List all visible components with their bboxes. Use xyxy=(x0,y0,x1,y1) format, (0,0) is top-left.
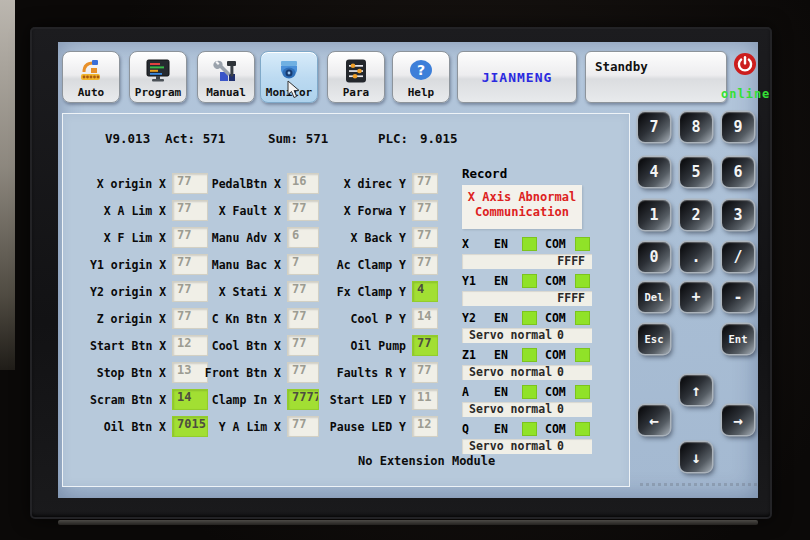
io-row: X Forwa Y77 xyxy=(306,197,438,224)
io-row: Front Btn X77 xyxy=(186,359,319,386)
axis-status-text: Servo normal xyxy=(469,439,552,454)
key-ent[interactable]: Ent xyxy=(722,324,754,354)
io-row: Clamp In X7777 xyxy=(186,386,319,413)
key-3[interactable]: 3 xyxy=(722,200,754,230)
com-label: COM xyxy=(545,348,575,362)
io-label: Manu Bac X xyxy=(186,258,287,272)
en-label: EN xyxy=(494,348,522,362)
key-del[interactable]: Del xyxy=(638,282,670,312)
key-plus[interactable]: + xyxy=(680,282,712,312)
hmi-screen: Auto Program xyxy=(58,42,758,498)
com-indicator xyxy=(575,274,590,288)
io-row: Cool P Y14 xyxy=(306,305,438,332)
io-label: X Back Y xyxy=(306,231,412,245)
en-indicator xyxy=(522,348,537,362)
key-1[interactable]: 1 xyxy=(638,200,670,230)
en-label: EN xyxy=(494,311,522,325)
axis-name: Y1 xyxy=(462,274,494,288)
tab-program[interactable]: Program xyxy=(129,51,187,103)
act-counter: Act: 571 xyxy=(165,131,225,146)
question-icon: ? xyxy=(407,56,435,86)
extension-module-note: No Extension Module xyxy=(358,454,495,468)
com-label: COM xyxy=(545,385,575,399)
axis-channel: A EN COM Servo normal 0 xyxy=(462,384,594,417)
axis-status-value: 0 xyxy=(557,365,564,380)
key-minus[interactable]: - xyxy=(722,282,754,312)
mode-status-button[interactable]: Standby xyxy=(585,51,727,103)
io-label: X direc Y xyxy=(306,177,412,191)
power-button[interactable] xyxy=(733,52,757,76)
plc-version-value: 9.015 xyxy=(420,131,458,146)
vendor-button[interactable]: JIANMENG xyxy=(457,51,577,103)
axis-name: A xyxy=(462,385,494,399)
tab-label: Auto xyxy=(78,86,105,99)
plc-version-label: PLC: xyxy=(378,131,408,146)
io-label: Y A Lim X xyxy=(186,420,287,434)
key-esc[interactable]: Esc xyxy=(638,324,670,354)
key-5[interactable]: 5 xyxy=(680,157,712,187)
monitor-bezel: Auto Program xyxy=(30,27,772,519)
axis-channel: Q EN COM Servo normal 0 xyxy=(462,421,594,454)
sliders-icon xyxy=(342,56,370,86)
axis-status-value: 0 xyxy=(557,328,564,343)
sum-counter: Sum: 571 xyxy=(268,131,328,146)
io-value: 77 xyxy=(412,254,438,275)
com-label: COM xyxy=(545,237,575,251)
com-indicator xyxy=(575,237,590,251)
axis-status-field: FFFF xyxy=(462,254,592,269)
io-label: Clamp In X xyxy=(186,393,287,407)
key-6[interactable]: 6 xyxy=(722,157,754,187)
screen-watermark xyxy=(640,483,758,486)
tab-auto[interactable]: Auto xyxy=(62,51,120,103)
axis-status-field: Servo normal 0 xyxy=(462,439,592,454)
io-label: Z origin X xyxy=(90,312,172,326)
key-arrow-right[interactable]: → xyxy=(722,405,754,435)
io-label: Cool P Y xyxy=(306,312,412,326)
axis-status-field: FFFF xyxy=(462,291,592,306)
io-column-3: X direc Y77 X Forwa Y77 X Back Y77 Ac Cl… xyxy=(306,170,438,440)
key-arrow-up[interactable]: ↑ xyxy=(680,375,712,405)
io-row: Pause LED Y12 xyxy=(306,413,438,440)
mode-status-label: Standby xyxy=(586,52,726,74)
key-8[interactable]: 8 xyxy=(680,112,712,142)
io-label: Manu Adv X xyxy=(186,231,287,245)
key-9[interactable]: 9 xyxy=(722,112,754,142)
tab-monitor[interactable]: Monitor xyxy=(260,51,318,103)
key-slash[interactable]: / xyxy=(722,242,754,272)
en-indicator xyxy=(522,385,537,399)
io-column-2: PedalBtn X16 X Fault X77 Manu Adv X6 Man… xyxy=(186,170,319,440)
power-icon xyxy=(733,52,757,76)
axis-status-value: 0 xyxy=(557,439,564,454)
axis-channel: Y1 EN COM FFFF xyxy=(462,273,594,306)
record-section: Record X Axis Abnormal Communication X E… xyxy=(462,166,594,458)
key-0[interactable]: 0 xyxy=(638,242,670,272)
key-decimal[interactable]: . xyxy=(680,242,712,272)
axis-status-value: FFFF xyxy=(557,291,585,306)
key-7[interactable]: 7 xyxy=(638,112,670,142)
vendor-label: JIANMENG xyxy=(482,70,553,85)
tab-label: Manual xyxy=(206,86,246,99)
io-value: 11 xyxy=(412,389,438,410)
io-row: X direc Y77 xyxy=(306,170,438,197)
io-row: Fx Clamp Y4 xyxy=(306,278,438,305)
conveyor-icon xyxy=(77,56,105,86)
io-label: Fx Clamp Y xyxy=(306,285,412,299)
tab-help[interactable]: ? Help xyxy=(392,51,450,103)
key-arrow-down[interactable]: ↓ xyxy=(680,442,712,472)
en-label: EN xyxy=(494,274,522,288)
record-title: Record xyxy=(462,166,594,181)
io-label: Y1 origin X xyxy=(90,258,172,272)
io-label: X F Lim X xyxy=(90,231,172,245)
key-arrow-left[interactable]: ← xyxy=(638,405,670,435)
firmware-version: V9.013 xyxy=(105,131,150,146)
io-row: X Back Y77 xyxy=(306,224,438,251)
key-2[interactable]: 2 xyxy=(680,200,712,230)
io-label: PedalBtn X xyxy=(186,177,287,191)
axis-channel: Z1 EN COM Servo normal 0 xyxy=(462,347,594,380)
axis-name: Q xyxy=(462,422,494,436)
key-4[interactable]: 4 xyxy=(638,157,670,187)
io-row: X Stati X77 xyxy=(186,278,319,305)
tab-manual[interactable]: Manual xyxy=(197,51,255,103)
io-label: Faults R Y xyxy=(306,366,412,380)
tab-para[interactable]: Para xyxy=(327,51,385,103)
